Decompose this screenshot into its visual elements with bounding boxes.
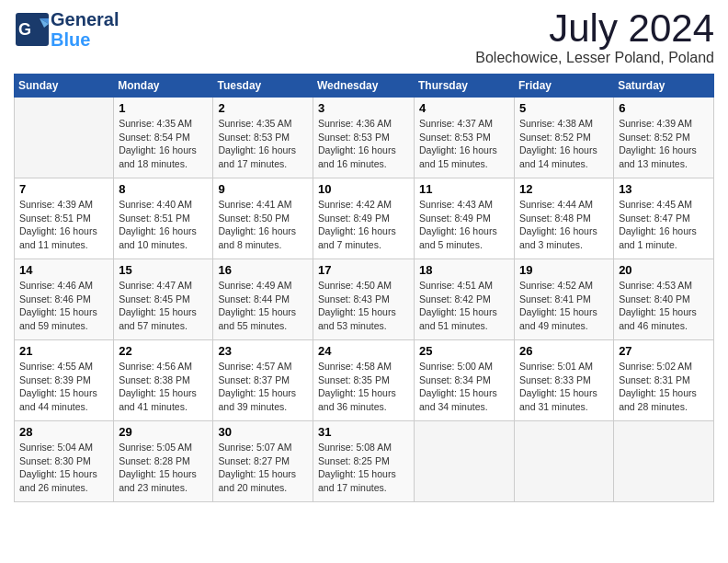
day-number: 4	[419, 101, 509, 115]
day-number: 14	[19, 263, 108, 277]
calendar-cell: 5Sunrise: 4:38 AMSunset: 8:52 PMDaylight…	[515, 98, 614, 178]
calendar-cell: 16Sunrise: 4:49 AMSunset: 8:44 PMDayligh…	[213, 259, 313, 340]
day-number: 25	[419, 344, 509, 358]
calendar-cell: 25Sunrise: 5:00 AMSunset: 8:34 PMDayligh…	[415, 340, 515, 421]
day-header-tuesday: Tuesday	[213, 75, 313, 98]
day-number: 24	[318, 344, 409, 358]
day-info: Sunrise: 4:53 AMSunset: 8:40 PMDaylight:…	[619, 279, 709, 333]
day-info: Sunrise: 4:44 AMSunset: 8:48 PMDaylight:…	[519, 198, 609, 252]
day-info: Sunrise: 5:04 AMSunset: 8:30 PMDaylight:…	[19, 441, 108, 495]
header: G General Blue July 2024 Bolechowice, Le…	[14, 9, 714, 66]
calendar-cell: 18Sunrise: 4:51 AMSunset: 8:42 PMDayligh…	[415, 259, 515, 340]
calendar-cell: 3Sunrise: 4:36 AMSunset: 8:53 PMDaylight…	[313, 98, 415, 178]
day-info: Sunrise: 5:05 AMSunset: 8:28 PMDaylight:…	[119, 441, 208, 495]
calendar-cell: 22Sunrise: 4:56 AMSunset: 8:38 PMDayligh…	[114, 340, 213, 421]
calendar-subtitle: Bolechowice, Lesser Poland, Poland	[475, 50, 714, 66]
day-header-sunday: Sunday	[15, 75, 114, 98]
logo-blue-text: Blue	[51, 29, 119, 50]
calendar-week-row: 14Sunrise: 4:46 AMSunset: 8:46 PMDayligh…	[15, 259, 714, 340]
day-info: Sunrise: 5:08 AMSunset: 8:25 PMDaylight:…	[318, 441, 409, 495]
calendar-cell: 28Sunrise: 5:04 AMSunset: 8:30 PMDayligh…	[15, 421, 114, 502]
page-container: G General Blue July 2024 Bolechowice, Le…	[0, 0, 728, 511]
day-number: 2	[218, 101, 308, 115]
day-number: 19	[519, 263, 609, 277]
day-info: Sunrise: 4:39 AMSunset: 8:52 PMDaylight:…	[619, 117, 709, 171]
calendar-cell: 17Sunrise: 4:50 AMSunset: 8:43 PMDayligh…	[313, 259, 415, 340]
day-info: Sunrise: 4:56 AMSunset: 8:38 PMDaylight:…	[119, 360, 208, 414]
day-number: 13	[619, 182, 709, 196]
calendar-cell: 6Sunrise: 4:39 AMSunset: 8:52 PMDaylight…	[614, 98, 714, 178]
day-info: Sunrise: 4:36 AMSunset: 8:53 PMDaylight:…	[318, 117, 409, 171]
calendar-cell: 8Sunrise: 4:40 AMSunset: 8:51 PMDaylight…	[114, 178, 213, 259]
calendar-cell: 2Sunrise: 4:35 AMSunset: 8:53 PMDaylight…	[213, 98, 313, 178]
day-number: 10	[318, 182, 409, 196]
day-info: Sunrise: 4:37 AMSunset: 8:53 PMDaylight:…	[419, 117, 509, 171]
day-info: Sunrise: 5:07 AMSunset: 8:27 PMDaylight:…	[218, 441, 308, 495]
day-number: 8	[119, 182, 208, 196]
calendar-table: SundayMondayTuesdayWednesdayThursdayFrid…	[14, 74, 714, 502]
day-number: 16	[218, 263, 308, 277]
day-number: 21	[19, 344, 108, 358]
day-header-wednesday: Wednesday	[313, 75, 415, 98]
day-number: 23	[218, 344, 308, 358]
day-header-saturday: Saturday	[614, 75, 714, 98]
calendar-cell: 12Sunrise: 4:44 AMSunset: 8:48 PMDayligh…	[515, 178, 614, 259]
day-number: 28	[19, 425, 108, 439]
day-number: 20	[619, 263, 709, 277]
day-info: Sunrise: 4:38 AMSunset: 8:52 PMDaylight:…	[519, 117, 609, 171]
calendar-cell: 20Sunrise: 4:53 AMSunset: 8:40 PMDayligh…	[614, 259, 714, 340]
calendar-cell: 4Sunrise: 4:37 AMSunset: 8:53 PMDaylight…	[415, 98, 515, 178]
day-header-thursday: Thursday	[415, 75, 515, 98]
calendar-cell: 15Sunrise: 4:47 AMSunset: 8:45 PMDayligh…	[114, 259, 213, 340]
day-number: 30	[218, 425, 308, 439]
day-info: Sunrise: 4:41 AMSunset: 8:50 PMDaylight:…	[218, 198, 308, 252]
day-number: 26	[519, 344, 609, 358]
day-info: Sunrise: 5:00 AMSunset: 8:34 PMDaylight:…	[419, 360, 509, 414]
calendar-cell	[15, 98, 114, 178]
calendar-cell	[515, 421, 614, 502]
calendar-cell: 13Sunrise: 4:45 AMSunset: 8:47 PMDayligh…	[614, 178, 714, 259]
day-number: 5	[519, 101, 609, 115]
calendar-cell: 30Sunrise: 5:07 AMSunset: 8:27 PMDayligh…	[213, 421, 313, 502]
calendar-cell: 7Sunrise: 4:39 AMSunset: 8:51 PMDaylight…	[15, 178, 114, 259]
day-info: Sunrise: 5:02 AMSunset: 8:31 PMDaylight:…	[619, 360, 709, 414]
calendar-cell: 23Sunrise: 4:57 AMSunset: 8:37 PMDayligh…	[213, 340, 313, 421]
day-number: 22	[119, 344, 208, 358]
day-info: Sunrise: 5:01 AMSunset: 8:33 PMDaylight:…	[519, 360, 609, 414]
day-info: Sunrise: 4:58 AMSunset: 8:35 PMDaylight:…	[318, 360, 409, 414]
day-info: Sunrise: 4:35 AMSunset: 8:53 PMDaylight:…	[218, 117, 308, 171]
calendar-cell: 1Sunrise: 4:35 AMSunset: 8:54 PMDaylight…	[114, 98, 213, 178]
logo-general-text: General	[51, 9, 119, 29]
calendar-cell: 11Sunrise: 4:43 AMSunset: 8:49 PMDayligh…	[415, 178, 515, 259]
day-header-monday: Monday	[114, 75, 213, 98]
day-number: 15	[119, 263, 208, 277]
calendar-title: July 2024	[475, 9, 714, 48]
day-number: 18	[419, 263, 509, 277]
day-info: Sunrise: 4:47 AMSunset: 8:45 PMDaylight:…	[119, 279, 208, 333]
day-number: 9	[218, 182, 308, 196]
day-number: 6	[619, 101, 709, 115]
calendar-cell: 19Sunrise: 4:52 AMSunset: 8:41 PMDayligh…	[515, 259, 614, 340]
svg-text:G: G	[18, 20, 31, 39]
day-number: 7	[19, 182, 108, 196]
day-info: Sunrise: 4:55 AMSunset: 8:39 PMDaylight:…	[19, 360, 108, 414]
calendar-week-row: 28Sunrise: 5:04 AMSunset: 8:30 PMDayligh…	[15, 421, 714, 502]
day-header-friday: Friday	[515, 75, 614, 98]
calendar-cell: 21Sunrise: 4:55 AMSunset: 8:39 PMDayligh…	[15, 340, 114, 421]
calendar-cell: 27Sunrise: 5:02 AMSunset: 8:31 PMDayligh…	[614, 340, 714, 421]
day-info: Sunrise: 4:46 AMSunset: 8:46 PMDaylight:…	[19, 279, 108, 333]
day-number: 11	[419, 182, 509, 196]
logo-icon: G	[14, 11, 51, 48]
calendar-week-row: 7Sunrise: 4:39 AMSunset: 8:51 PMDaylight…	[15, 178, 714, 259]
day-info: Sunrise: 4:45 AMSunset: 8:47 PMDaylight:…	[619, 198, 709, 252]
day-number: 3	[318, 101, 409, 115]
day-info: Sunrise: 4:50 AMSunset: 8:43 PMDaylight:…	[318, 279, 409, 333]
calendar-cell	[614, 421, 714, 502]
calendar-cell: 31Sunrise: 5:08 AMSunset: 8:25 PMDayligh…	[313, 421, 415, 502]
calendar-cell: 24Sunrise: 4:58 AMSunset: 8:35 PMDayligh…	[313, 340, 415, 421]
calendar-week-row: 21Sunrise: 4:55 AMSunset: 8:39 PMDayligh…	[15, 340, 714, 421]
day-number: 1	[119, 101, 208, 115]
day-info: Sunrise: 4:39 AMSunset: 8:51 PMDaylight:…	[19, 198, 108, 252]
day-info: Sunrise: 4:40 AMSunset: 8:51 PMDaylight:…	[119, 198, 208, 252]
calendar-cell: 14Sunrise: 4:46 AMSunset: 8:46 PMDayligh…	[15, 259, 114, 340]
